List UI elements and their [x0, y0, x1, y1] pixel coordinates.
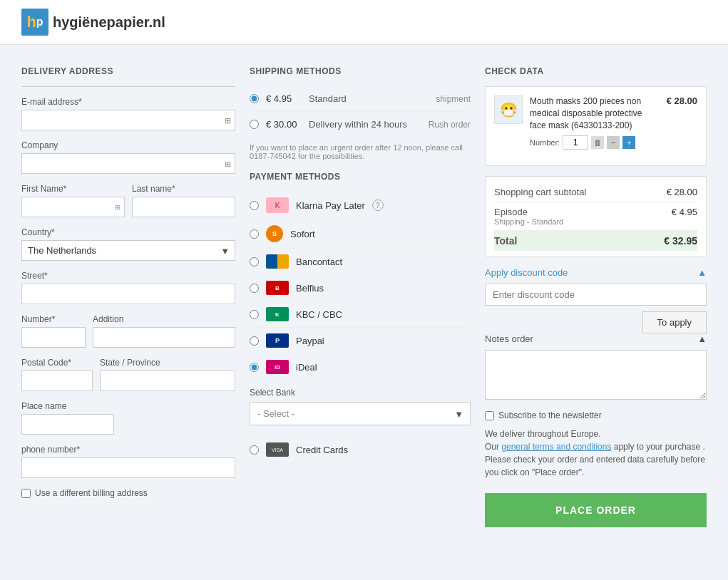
shipping-standard-name: Standard	[309, 93, 429, 104]
discount-input[interactable]	[485, 284, 707, 306]
shipping-standard-type: shipment	[436, 94, 471, 104]
shipping-option-rush: € 30.00 Delivery within 24 hours Rush or…	[250, 112, 471, 138]
discount-header[interactable]: Apply discount code ▲	[485, 267, 707, 278]
klarna-icon: K	[266, 197, 289, 213]
shipping-rush-type: Rush order	[429, 120, 471, 130]
payment-option-credit: VISA Credit Cards	[250, 437, 471, 463]
shipping-payment-section: SHIPPING METHODS € 4.95 Standard shipmen…	[250, 66, 471, 527]
payment-bancontact-radio[interactable]	[250, 257, 259, 266]
billing-checkbox[interactable]	[21, 489, 31, 498]
payment-credit-label: Credit Cards	[296, 445, 348, 455]
episode-sublabel: Shipping - Standard	[494, 217, 563, 226]
payment-bancontact-label: Bancontact	[296, 257, 342, 267]
state-label: State / Province	[100, 358, 235, 368]
payment-klarna-label: Klarna Pay Later	[296, 200, 365, 211]
delivery-address-title: DELIVERY ADDRESS	[21, 66, 235, 76]
country-select[interactable]: The Netherlands	[21, 240, 235, 261]
shipping-option-standard: € 4.95 Standard shipment	[250, 86, 471, 112]
place-name-input[interactable]	[21, 414, 114, 435]
payment-option-paypal: P Paypal	[250, 328, 471, 354]
discount-toggle-icon: ▲	[697, 267, 707, 278]
notes-textarea[interactable]	[485, 350, 707, 400]
email-label: E-mail address*	[21, 97, 235, 107]
episode-row: Episode Shipping - Standard € 4.95	[494, 202, 697, 230]
select-bank-section: Select Bank - Select - ▼	[250, 388, 471, 425]
place-order-button[interactable]: PLACE ORDER	[485, 493, 707, 527]
first-name-input[interactable]	[21, 197, 125, 217]
postal-code-input[interactable]	[21, 371, 93, 391]
terms-link[interactable]: general terms and conditions	[501, 442, 611, 452]
bank-select[interactable]: - Select -	[250, 402, 471, 425]
addition-input[interactable]	[93, 327, 235, 348]
email-input[interactable]	[21, 110, 235, 130]
payment-sofort-radio[interactable]	[250, 229, 259, 239]
product-row: 😷 Mouth masks 200 pieces non medical dis…	[494, 95, 697, 150]
credit-icon: VISA	[266, 442, 289, 457]
qty-input[interactable]	[563, 135, 588, 150]
check-data-title: CHECK DATA	[485, 66, 707, 76]
shipping-rush-radio[interactable]	[250, 120, 259, 129]
logo: hp hygiënepapier.nl	[21, 9, 707, 36]
phone-input[interactable]	[21, 457, 235, 478]
qty-minus-button[interactable]: −	[607, 136, 620, 149]
klarna-help-icon[interactable]: ?	[372, 200, 384, 211]
payment-kbc-radio[interactable]	[250, 310, 259, 319]
newsletter-row: Subscribe to the newsletter	[485, 410, 707, 420]
footer-text-1: We deliver throughout Europe.	[485, 429, 601, 439]
sofort-icon: S	[266, 225, 283, 242]
payment-sofort-label: Sofort	[290, 229, 315, 239]
qty-delete-button[interactable]: 🗑	[591, 136, 604, 149]
country-label: Country*	[21, 227, 235, 237]
check-data-section: CHECK DATA 😷 Mouth masks 200 pieces non …	[485, 66, 707, 527]
shipping-rush-price: € 30.00	[266, 119, 302, 130]
place-name-group: Place name	[21, 401, 235, 435]
footer-text: We deliver throughout Europe. Our genera…	[485, 428, 707, 479]
payment-klarna-radio[interactable]	[250, 201, 259, 210]
check-data-box: 😷 Mouth masks 200 pieces non medical dis…	[485, 86, 707, 166]
payment-option-bancontact: Bancontact	[250, 249, 471, 275]
state-group: State / Province	[100, 358, 235, 391]
payment-paypal-radio[interactable]	[250, 336, 259, 346]
notes-label: Notes order	[485, 333, 533, 344]
number-label: Number:	[530, 138, 560, 147]
payment-belfius-label: Belfius	[296, 283, 324, 294]
header: hp hygiënepapier.nl	[0, 0, 728, 45]
first-name-group: First Name* ⊞	[21, 184, 125, 217]
company-icon: ⊞	[225, 159, 231, 168]
subtotal-row: Shopping cart subtotal € 28.00	[494, 182, 697, 202]
newsletter-checkbox[interactable]	[485, 411, 494, 420]
email-icon: ⊞	[225, 115, 231, 125]
logo-icon: hp	[21, 9, 48, 36]
payment-credit-radio[interactable]	[250, 445, 259, 455]
product-price: € 28.00	[667, 95, 697, 106]
product-name: Mouth masks 200 pieces non medical dispo…	[530, 95, 660, 131]
state-input[interactable]	[100, 371, 235, 391]
total-value: € 32.95	[664, 235, 697, 247]
first-name-label: First Name*	[21, 184, 125, 194]
number-input[interactable]	[21, 327, 86, 348]
footer-text-2: Our	[485, 442, 501, 452]
street-input[interactable]	[21, 284, 235, 304]
episode-label: Episode	[494, 207, 563, 217]
notes-section: Notes order ▲	[485, 333, 707, 402]
street-label: Street*	[21, 271, 235, 281]
product-thumbnail: 😷	[494, 95, 523, 124]
qty-plus-button[interactable]: +	[622, 136, 635, 149]
payment-option-klarna: K Klarna Pay Later ?	[250, 192, 471, 219]
apply-button[interactable]: To apply	[642, 311, 707, 333]
summary-box: Shopping cart subtotal € 28.00 Episode S…	[485, 176, 707, 257]
last-name-input[interactable]	[132, 197, 235, 217]
subtotal-label: Shopping cart subtotal	[494, 187, 586, 197]
episode-value: € 4.95	[672, 207, 697, 226]
payment-kbc-label: KBC / CBC	[296, 309, 342, 320]
shipping-standard-radio[interactable]	[250, 94, 259, 103]
payment-belfius-radio[interactable]	[250, 284, 259, 293]
notes-header[interactable]: Notes order ▲	[485, 333, 707, 344]
bancontact-icon	[266, 254, 289, 269]
last-name-group: Last name*	[132, 184, 235, 217]
addition-group: Addition	[93, 314, 235, 348]
first-name-icon: ⊞	[115, 204, 121, 211]
company-input[interactable]	[21, 153, 235, 174]
ideal-icon: iD	[266, 360, 289, 374]
payment-ideal-radio[interactable]	[250, 363, 259, 372]
